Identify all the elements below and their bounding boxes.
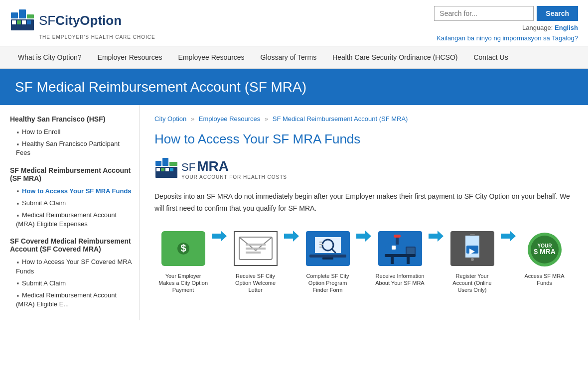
flow-arrow-5 — [501, 229, 516, 263]
sidebar-link-mra-eligible[interactable]: Medical Reimbursement Account (MRA) Elig… — [16, 211, 117, 228]
sidebar-mra-list: How to Access Your SF MRA Funds Submit A… — [10, 185, 134, 231]
sfmra-logo-text: SF MRA YOUR ACCOUNT FOR HEALTH COSTS — [181, 158, 287, 180]
description-text: Deposits into an SF MRA do not immediate… — [154, 191, 573, 215]
svg-rect-5 — [17, 20, 21, 24]
svg-rect-9 — [162, 158, 168, 166]
piggy-icon: YOUR $ MRA — [523, 229, 567, 268]
list-item: Medical Reimbursement Account (MRA) Elig… — [16, 209, 134, 230]
flow-arrow-2 — [284, 229, 299, 263]
search-input[interactable] — [434, 6, 534, 21]
nav-glossary[interactable]: Glossary of Terms — [253, 46, 325, 68]
svg-rect-42 — [385, 254, 416, 257]
breadcrumb-employee-resources[interactable]: Employee Resources — [199, 115, 261, 123]
svg-rect-15 — [170, 168, 173, 171]
flow-step-4: Receive Information About Your SF MRA — [371, 229, 429, 287]
breadcrumb: City Option » Employee Resources » SF Me… — [154, 115, 573, 123]
svg-rect-38 — [396, 237, 399, 245]
svg-text:$ MRA: $ MRA — [534, 248, 556, 256]
header-right: Search Language: English Kailangan ba ni… — [434, 6, 578, 42]
sidebar-link-hsf-fees[interactable]: Healthy San Francisco Participant Fees — [16, 140, 120, 156]
svg-rect-35 — [322, 258, 333, 260]
money-icon: $ — [161, 231, 205, 266]
main-content: City Option » Employee Resources » SF Me… — [140, 105, 588, 320]
list-item: Medical Reimbursement Account (MRA) Elig… — [16, 289, 134, 310]
flow-step-3: Complete SF City Option Program Finder F… — [299, 229, 356, 294]
sfmra-sf-label: SF — [181, 161, 195, 174]
svg-rect-41 — [407, 248, 415, 255]
svg-rect-10 — [169, 162, 177, 166]
svg-marker-19 — [212, 231, 227, 242]
svg-rect-0 — [11, 12, 18, 18]
sidebar-link-covered-eligible[interactable]: Medical Reimbursement Account (MRA) Elig… — [16, 291, 117, 308]
flow-diagram: $ Your Employer Makes a City Option Paym… — [154, 229, 573, 294]
flow-arrow-3 — [356, 229, 371, 263]
sidebar-link-covered-claim[interactable]: Submit A Claim — [22, 279, 66, 287]
page-title: How to Access Your SF MRA Funds — [154, 131, 573, 147]
list-item: How to Access Your SF Covered MRA Funds — [16, 256, 134, 277]
list-item: Submit A Claim — [16, 197, 134, 209]
svg-rect-1 — [19, 9, 26, 18]
nav-employer[interactable]: Employer Resources — [90, 46, 170, 68]
sfmra-logo-sub: YOUR ACCOUNT FOR HEALTH COSTS — [181, 174, 287, 180]
site-header: SFCityOption THE EMPLOYER'S HEALTH CARE … — [0, 0, 588, 46]
flow-step-5: Register Your Account (Online Users Only… — [443, 229, 501, 294]
breadcrumb-sf-mra[interactable]: SF Medical Reimbursement Account (SF MRA… — [273, 115, 408, 123]
svg-rect-2 — [27, 14, 34, 18]
list-item: How to Access Your SF MRA Funds — [16, 185, 134, 197]
flow-step-2: Receive SF City Option Welcome Letter — [227, 229, 284, 294]
hero-title: SF Medical Reimbursement Account (SF MRA… — [15, 79, 573, 95]
flow-step-5-label: Register Your Account (Online Users Only… — [447, 272, 497, 294]
svg-rect-8 — [155, 161, 161, 166]
tagalog-link[interactable]: Kailangan ba ninyo ng impormasyon sa Tag… — [437, 34, 578, 42]
list-item: Submit A Claim — [16, 277, 134, 289]
content-area: Healthy San Francisco (HSF) How to Enrol… — [0, 105, 588, 320]
breadcrumb-sep: » — [191, 115, 196, 123]
flow-step-1-label: Your Employer Makes a City Option Paymen… — [158, 272, 208, 294]
nav-employee[interactable]: Employee Resources — [170, 46, 253, 68]
sidebar-link-covered-access[interactable]: How to Access Your SF Covered MRA Funds — [16, 258, 132, 274]
svg-text:$: $ — [180, 243, 186, 254]
svg-rect-24 — [246, 248, 266, 250]
svg-rect-13 — [161, 168, 164, 171]
svg-rect-12 — [156, 168, 160, 171]
svg-rect-34 — [309, 255, 346, 258]
search-button[interactable]: Search — [537, 6, 578, 21]
sidebar-covered-mra-list: How to Access Your SF Covered MRA Funds … — [10, 256, 134, 310]
flow-step-6: YOUR $ MRA Access SF MRA Funds — [516, 229, 573, 287]
logo-area: SFCityOption THE EMPLOYER'S HEALTH CARE … — [10, 8, 155, 40]
logo-wordmark: SFCityOption — [39, 13, 122, 28]
svg-rect-25 — [246, 252, 261, 254]
nav-contact[interactable]: Contact Us — [465, 46, 516, 68]
list-item: Healthy San Francisco Participant Fees — [16, 138, 134, 159]
svg-marker-36 — [356, 231, 371, 242]
flow-step-6-label: Access SF MRA Funds — [520, 272, 570, 287]
svg-marker-26 — [284, 231, 299, 242]
breadcrumb-city-option[interactable]: City Option — [154, 115, 186, 123]
flow-step-2-label: Receive SF City Option Welcome Letter — [231, 272, 281, 294]
svg-point-49 — [471, 258, 474, 261]
sidebar-link-enroll[interactable]: How to Enroll — [22, 128, 60, 135]
sidebar-section-covered-mra-title: SF Covered Medical Reimbursement Account… — [10, 237, 134, 253]
nav-hcso[interactable]: Health Care Security Ordinance (HCSO) — [324, 46, 465, 68]
sidebar-link-access-mra[interactable]: How to Access Your SF MRA Funds — [22, 187, 132, 195]
sfmra-mra-label: MRA — [197, 158, 229, 174]
flow-step-4-label: Receive Information About Your SF MRA — [375, 272, 425, 287]
mailbox-icon — [378, 231, 422, 266]
sidebar-hsf-list: How to Enroll Healthy San Francisco Part… — [10, 126, 134, 159]
svg-rect-23 — [246, 244, 266, 246]
hero-banner: SF Medical Reimbursement Account (SF MRA… — [0, 69, 588, 105]
laptop-icon — [306, 231, 350, 266]
sfmra-logo: SF MRA YOUR ACCOUNT FOR HEALTH COSTS — [154, 157, 573, 181]
svg-rect-39 — [394, 235, 401, 238]
sidebar-section-hsf-title: Healthy San Francisco (HSF) — [10, 115, 134, 123]
svg-rect-4 — [12, 20, 16, 24]
svg-marker-53 — [501, 231, 516, 242]
flow-arrow-1 — [212, 229, 227, 263]
svg-marker-46 — [429, 231, 443, 242]
phone-icon — [450, 231, 494, 266]
sidebar-link-submit-claim[interactable]: Submit A Claim — [22, 199, 66, 207]
sidebar: Healthy San Francisco (HSF) How to Enrol… — [0, 105, 140, 320]
nav-what-is[interactable]: What is City Option? — [10, 46, 90, 68]
english-language-link[interactable]: English — [555, 24, 578, 31]
flow-step-1: $ Your Employer Makes a City Option Paym… — [154, 229, 212, 294]
